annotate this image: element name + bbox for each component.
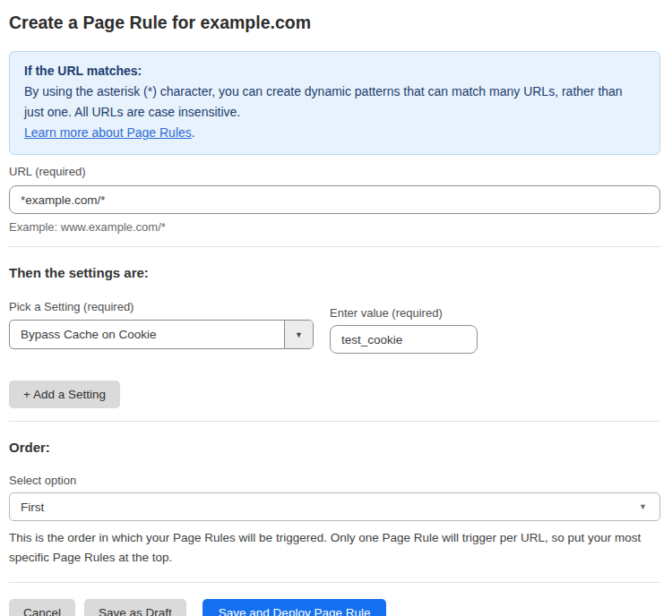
learn-more-link[interactable]: Learn more about Page Rules <box>24 125 192 140</box>
caret-down-icon: ▼ <box>639 502 647 511</box>
order-help-text: This is the order in which your Page Rul… <box>9 528 654 568</box>
divider-after-settings <box>9 421 660 422</box>
info-box-link-line: Learn more about Page Rules. <box>24 123 645 143</box>
setting-value-input[interactable] <box>330 325 478 354</box>
settings-section-heading: Then the settings are: <box>9 265 660 280</box>
order-select-value: First <box>21 500 44 514</box>
create-page-rule-form: Create a Page Rule for example.com If th… <box>0 0 672 616</box>
order-select-label: Select option <box>9 474 660 487</box>
url-match-info-box: If the URL matches: By using the asteris… <box>9 51 660 155</box>
setting-picker-label: Pick a Setting (required) <box>9 300 314 313</box>
info-box-heading: If the URL matches: <box>24 61 645 81</box>
info-box-body: By using the asterisk (*) character, you… <box>24 81 626 123</box>
divider-before-footer <box>9 582 660 583</box>
setting-dropdown-value: Bypass Cache on Cookie <box>10 321 284 348</box>
setting-dropdown[interactable]: Bypass Cache on Cookie ▼ <box>9 320 314 349</box>
setting-value-label: Enter value (required) <box>330 306 478 320</box>
setting-picker-column: Pick a Setting (required) Bypass Cache o… <box>9 300 314 354</box>
divider-after-url <box>9 246 660 247</box>
settings-row: Pick a Setting (required) Bypass Cache o… <box>9 300 660 354</box>
footer-button-row: Cancel Save as Draft Save and Deploy Pag… <box>9 599 660 616</box>
save-as-draft-button[interactable]: Save as Draft <box>84 599 186 616</box>
url-input[interactable] <box>9 185 660 214</box>
page-title: Create a Page Rule for example.com <box>9 13 660 32</box>
order-section-heading: Order: <box>9 440 660 455</box>
link-period: . <box>192 125 195 140</box>
add-setting-button[interactable]: + Add a Setting <box>9 381 120 408</box>
url-example-text: Example: www.example.com/* <box>9 220 660 234</box>
setting-value-column: Enter value (required) <box>330 306 478 354</box>
cancel-button[interactable]: Cancel <box>9 599 75 616</box>
chevron-down-icon[interactable]: ▼ <box>284 321 313 348</box>
order-select[interactable]: First ▼ <box>9 492 660 521</box>
url-field-label: URL (required) <box>9 165 660 178</box>
save-and-deploy-button[interactable]: Save and Deploy Page Rule <box>202 599 387 616</box>
